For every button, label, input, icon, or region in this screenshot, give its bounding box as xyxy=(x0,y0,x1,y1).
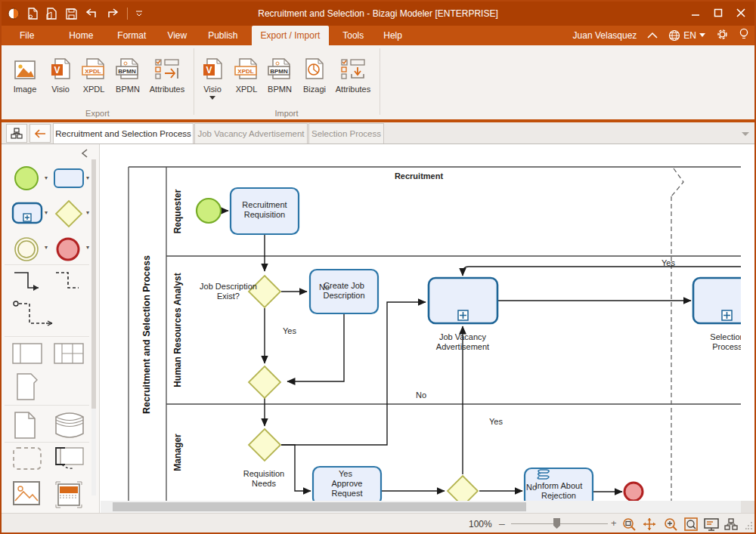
end-event-caret-icon[interactable]: ▾ xyxy=(86,244,89,251)
gateway-approved[interactable] xyxy=(448,476,478,501)
end-event[interactable] xyxy=(624,483,643,501)
zoom-window-icon[interactable] xyxy=(683,517,699,532)
start-event-caret-icon[interactable]: ▾ xyxy=(45,174,48,181)
svg-text:V: V xyxy=(206,65,212,76)
group-tool[interactable] xyxy=(11,446,43,471)
gateway-tool[interactable] xyxy=(53,199,85,229)
menu-tools[interactable]: Tools xyxy=(333,26,373,45)
lightbulb-icon[interactable] xyxy=(739,28,748,43)
gateway-caret-icon[interactable]: ▾ xyxy=(86,209,89,216)
start-event[interactable] xyxy=(197,199,221,223)
menu-help[interactable]: Help xyxy=(374,26,411,45)
maximize-button[interactable] xyxy=(714,7,723,20)
scrollbar-corner xyxy=(741,501,756,513)
zoom-slider-thumb[interactable] xyxy=(553,518,560,529)
export-bpmn-button[interactable]: BPMN BPMN xyxy=(111,48,144,113)
presentation-icon[interactable] xyxy=(704,517,719,532)
open-file-icon[interactable] xyxy=(46,8,58,20)
collapse-ribbon-icon[interactable] xyxy=(647,30,658,41)
message-flow-tool[interactable] xyxy=(53,270,85,297)
data-store-tool[interactable] xyxy=(53,410,86,440)
sequence-flow-tool[interactable] xyxy=(11,270,43,297)
phase-separator-line[interactable] xyxy=(671,168,683,501)
sequence-flow[interactable] xyxy=(463,267,741,276)
hierarchy-status-icon[interactable] xyxy=(723,517,739,532)
minimize-button[interactable] xyxy=(691,7,700,20)
zoom-in-magnifier-icon[interactable] xyxy=(663,517,678,532)
task-caret-icon[interactable]: ▾ xyxy=(86,174,89,181)
close-button[interactable] xyxy=(736,7,745,20)
flow-label-yes: Yes xyxy=(489,417,503,426)
import-attributes-button[interactable]: Attributes xyxy=(330,48,376,113)
collapse-palette-icon[interactable] xyxy=(80,149,89,158)
tab-job-vacancy-advertisement[interactable]: Job Vacancy Advertisement xyxy=(194,123,308,144)
language-selector[interactable]: EN xyxy=(668,29,705,42)
save-icon[interactable] xyxy=(66,8,77,20)
user-name[interactable]: Juan Velasquez xyxy=(573,30,637,41)
palette-scrollbar[interactable] xyxy=(91,159,96,495)
resize-grip[interactable] xyxy=(745,521,753,530)
milestone-tool[interactable] xyxy=(11,371,42,403)
annotation-tool[interactable] xyxy=(53,446,86,471)
subprocess-job-vacancy-advertisement[interactable] xyxy=(429,278,497,323)
export-image-button[interactable]: Image xyxy=(8,48,42,113)
back-button[interactable] xyxy=(29,124,51,143)
zoom-fit-icon[interactable] xyxy=(621,517,637,532)
tab-overflow-caret-icon[interactable] xyxy=(741,131,750,137)
subprocess-tool[interactable] xyxy=(11,202,43,224)
lane-tool[interactable] xyxy=(53,342,85,365)
menu-home[interactable]: Home xyxy=(60,26,102,45)
subprocess-selection-process[interactable] xyxy=(693,278,741,323)
qat-caret-icon[interactable] xyxy=(135,10,143,17)
sequence-flow[interactable] xyxy=(287,314,344,381)
palette-scrollbar-thumb[interactable] xyxy=(91,159,96,409)
menu-publish[interactable]: Publish xyxy=(199,26,246,45)
export-group-label: Export xyxy=(5,109,191,118)
pool-tool[interactable] xyxy=(11,342,43,365)
export-xpdl-button[interactable]: XPDL XPDL xyxy=(77,48,110,113)
image-tool[interactable] xyxy=(11,480,42,507)
intermediate-event-caret-icon[interactable]: ▾ xyxy=(45,244,48,251)
hierarchy-view-button[interactable] xyxy=(6,124,27,143)
phase-label[interactable]: Recruitment xyxy=(380,171,458,181)
association-tool[interactable] xyxy=(11,298,60,334)
import-visio-button[interactable]: V Visio xyxy=(196,48,229,113)
bpmn-import-icon: BPMN xyxy=(268,48,292,80)
hscrollbar-thumb[interactable] xyxy=(113,502,526,511)
zoom-out-button[interactable]: – xyxy=(499,517,505,529)
task-tool[interactable] xyxy=(53,168,85,189)
menu-export-import[interactable]: Export / Import xyxy=(252,26,330,45)
intermediate-event-tool[interactable] xyxy=(11,236,42,263)
settings-gear-icon[interactable] xyxy=(716,28,729,43)
subprocess-caret-icon[interactable]: ▾ xyxy=(45,209,48,216)
import-bpmn-button[interactable]: BPMN BPMN xyxy=(263,48,296,113)
tab-selection-process[interactable]: Selection Process xyxy=(308,123,384,144)
sequence-flow[interactable] xyxy=(281,302,426,445)
export-visio-button[interactable]: V Visio xyxy=(44,48,77,113)
start-event-tool[interactable] xyxy=(11,165,42,192)
lane-label-hr-analyst[interactable]: Human Resources Analyst xyxy=(170,258,185,402)
tab-recruitment-and-selection-process[interactable]: Recruitment and Selection Process xyxy=(53,123,194,144)
pool-label[interactable]: Recruitment and Selection Process xyxy=(132,172,162,497)
data-object-tool[interactable] xyxy=(11,410,39,440)
undo-icon[interactable] xyxy=(85,8,98,19)
new-file-icon[interactable] xyxy=(27,8,39,20)
menu-view[interactable]: View xyxy=(158,26,196,45)
redo-icon[interactable] xyxy=(106,8,119,19)
header-box-tool[interactable] xyxy=(53,480,85,508)
canvas-hscrollbar[interactable] xyxy=(101,501,741,513)
zoom-in-button[interactable]: + xyxy=(611,517,617,529)
menu-file[interactable]: File xyxy=(11,26,43,45)
lane-label-requester[interactable]: Requester xyxy=(170,166,185,257)
menu-format[interactable]: Format xyxy=(108,26,155,45)
lane-label-manager[interactable]: Manager xyxy=(170,407,185,498)
gateway-requisition-needs[interactable] xyxy=(249,429,280,461)
end-event-tool[interactable] xyxy=(53,236,83,263)
gateway-converge[interactable] xyxy=(249,366,280,398)
export-attributes-button[interactable]: Attributes xyxy=(144,48,191,113)
diagram-canvas[interactable]: Recruitment and Selection Process Reques… xyxy=(101,145,741,501)
pan-icon[interactable] xyxy=(642,517,657,532)
import-xpdl-button[interactable]: XPDL XPDL xyxy=(230,48,263,113)
flow-label-yes: Yes xyxy=(339,469,352,478)
import-bizagi-button[interactable]: Bizagi xyxy=(297,48,332,113)
